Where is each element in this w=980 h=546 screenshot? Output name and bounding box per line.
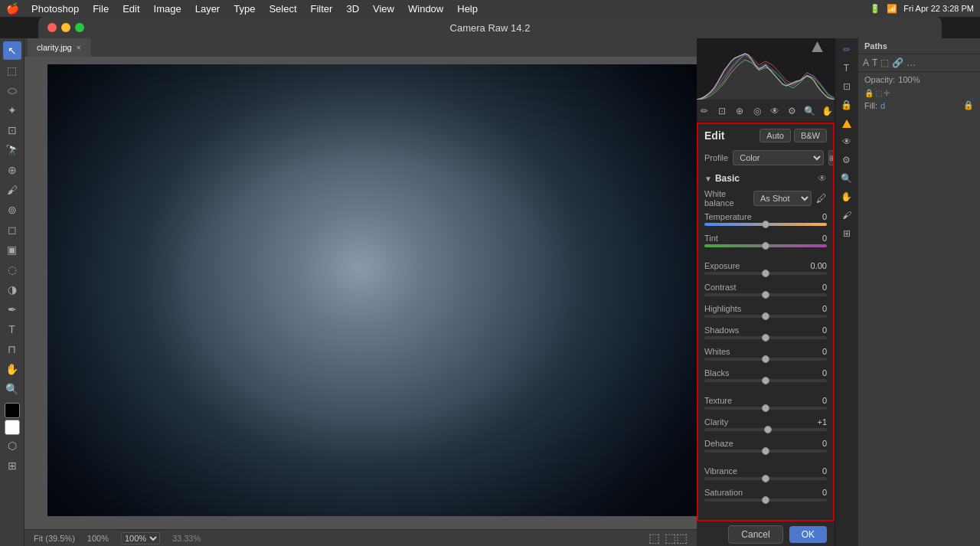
tool-text[interactable]: T bbox=[3, 320, 21, 338]
cr-icon-edit[interactable]: ✏ bbox=[838, 41, 855, 58]
cr-icon-brush[interactable]: 🖌 bbox=[838, 207, 855, 224]
tool-lasso[interactable]: ⬭ bbox=[3, 81, 21, 100]
tool-path[interactable]: ⊓ bbox=[3, 340, 21, 358]
slider-track-highlights[interactable] bbox=[704, 315, 827, 318]
slider-thumb-texture[interactable] bbox=[762, 404, 769, 412]
slider-track-contrast[interactable] bbox=[704, 293, 827, 296]
menu-3d[interactable]: 3D bbox=[340, 2, 365, 16]
tool-brush[interactable]: 🖌 bbox=[3, 181, 21, 199]
cr-icon-warning[interactable] bbox=[838, 115, 855, 132]
cr-tool-redeye[interactable]: 👁 bbox=[767, 103, 782, 119]
cr-settings[interactable]: ⚙ bbox=[785, 103, 799, 119]
tool-pen[interactable]: ✒ bbox=[3, 300, 21, 319]
slider-thumb-exposure[interactable] bbox=[762, 270, 769, 277]
paths-tool-4[interactable]: 🔗 bbox=[892, 57, 903, 68]
lock-transparent-icon[interactable]: ⬚ bbox=[875, 89, 882, 97]
cr-hand[interactable]: ✋ bbox=[820, 103, 835, 119]
cr-icon-grid[interactable]: ⊞ bbox=[838, 225, 855, 242]
cr-tool-edit[interactable]: ✏ bbox=[697, 103, 711, 119]
zoom-select[interactable]: 100% 50% 200% bbox=[121, 532, 160, 544]
profile-select[interactable]: Color Adobe Color Adobe Landscape bbox=[733, 150, 824, 165]
menu-file[interactable]: File bbox=[87, 2, 115, 16]
paths-tool-3[interactable]: ⬚ bbox=[880, 57, 889, 68]
slider-track-whites[interactable] bbox=[704, 358, 827, 361]
tool-extra[interactable]: ⊞ bbox=[3, 456, 21, 475]
slider-thumb-shadows[interactable] bbox=[762, 334, 769, 342]
menu-image[interactable]: Image bbox=[148, 2, 188, 16]
tool-background-color[interactable] bbox=[5, 420, 20, 435]
tool-hand[interactable]: ✋ bbox=[3, 360, 21, 378]
paths-tool-2[interactable]: T bbox=[872, 57, 877, 68]
cr-icon-zoom[interactable]: 🔍 bbox=[838, 170, 855, 187]
paths-tool-5[interactable]: … bbox=[906, 57, 916, 68]
cr-icon-transform[interactable]: ⊡ bbox=[838, 78, 855, 95]
cr-tool-heal[interactable]: ⊕ bbox=[732, 103, 746, 119]
bw-button[interactable]: B&W bbox=[794, 129, 827, 142]
tool-marquee[interactable]: ⬚ bbox=[3, 61, 21, 80]
maximize-button[interactable] bbox=[75, 23, 84, 32]
slider-thumb-tint[interactable] bbox=[762, 242, 769, 250]
slider-track-blacks[interactable] bbox=[704, 379, 827, 382]
menu-filter[interactable]: Filter bbox=[305, 2, 339, 16]
slider-thumb-vibrance[interactable] bbox=[762, 475, 769, 482]
slider-track-tint[interactable] bbox=[704, 244, 827, 247]
cr-tool-crop[interactable]: ⊡ bbox=[714, 103, 729, 119]
menu-type[interactable]: Type bbox=[227, 2, 261, 16]
white-balance-select[interactable]: As Shot Auto Daylight Cloudy Shade Tungs… bbox=[753, 191, 812, 206]
slider-thumb-contrast[interactable] bbox=[762, 291, 769, 299]
cr-icon-settings[interactable]: ⚙ bbox=[838, 152, 855, 168]
tool-blur[interactable]: ◌ bbox=[3, 260, 21, 279]
cr-tool-mask[interactable]: ◎ bbox=[750, 103, 764, 119]
slider-track-exposure[interactable] bbox=[704, 272, 827, 275]
menu-window[interactable]: Window bbox=[402, 2, 449, 16]
menu-photoshop[interactable]: Photoshop bbox=[25, 2, 85, 16]
tab-close[interactable]: × bbox=[77, 44, 81, 52]
menu-help[interactable]: Help bbox=[451, 2, 484, 16]
slider-track-clarity[interactable] bbox=[704, 428, 827, 431]
slider-thumb-dehaze[interactable] bbox=[762, 447, 769, 455]
cr-icon-type[interactable]: T bbox=[838, 60, 855, 77]
slider-thumb-clarity[interactable] bbox=[764, 426, 772, 433]
tool-move[interactable]: ↖ bbox=[3, 41, 21, 60]
menu-select[interactable]: Select bbox=[263, 2, 302, 16]
tool-magic-wand[interactable]: ✦ bbox=[3, 101, 21, 119]
lock-icon[interactable]: 🔒 bbox=[864, 89, 874, 97]
close-button[interactable] bbox=[47, 23, 57, 32]
cr-zoom[interactable]: 🔍 bbox=[802, 103, 817, 119]
slider-track-saturation[interactable] bbox=[704, 499, 827, 502]
dual-frame-icon[interactable]: ⬚⬚ bbox=[665, 531, 688, 545]
menu-layer[interactable]: Layer bbox=[189, 2, 227, 16]
slider-track-shadows[interactable] bbox=[704, 336, 827, 339]
slider-thumb-blacks[interactable] bbox=[762, 377, 769, 384]
slider-track-temperature[interactable] bbox=[704, 223, 827, 226]
minimize-button[interactable] bbox=[61, 23, 70, 32]
cr-icon-hand[interactable]: ✋ bbox=[838, 188, 855, 205]
slider-thumb-temperature[interactable] bbox=[762, 221, 769, 228]
cancel-button[interactable]: Cancel bbox=[728, 525, 782, 544]
slider-thumb-saturation[interactable] bbox=[762, 496, 769, 504]
slider-track-texture[interactable] bbox=[704, 407, 827, 410]
tool-clone[interactable]: ⊚ bbox=[3, 201, 21, 219]
file-tab[interactable]: clarity.jpg × bbox=[28, 38, 91, 57]
basic-section-arrow[interactable]: ▼ bbox=[704, 175, 712, 183]
frame-icon[interactable]: ⬚ bbox=[648, 531, 660, 545]
cr-icon-lock[interactable]: 🔒 bbox=[838, 96, 855, 113]
slider-track-vibrance[interactable] bbox=[704, 477, 827, 480]
auto-button[interactable]: Auto bbox=[760, 129, 791, 142]
ok-button[interactable]: OK bbox=[789, 526, 827, 543]
cr-icon-eye[interactable]: 👁 bbox=[838, 133, 855, 150]
tool-crop[interactable]: ⊡ bbox=[3, 121, 21, 139]
tool-zoom[interactable]: 🔍 bbox=[3, 380, 21, 398]
white-balance-eyedropper[interactable]: 🖊 bbox=[816, 192, 827, 204]
apple-icon[interactable]: 🍎 bbox=[6, 2, 19, 15]
slider-thumb-whites[interactable] bbox=[762, 355, 769, 363]
tool-eyedropper[interactable]: 🔭 bbox=[3, 141, 21, 159]
tool-gradient[interactable]: ▣ bbox=[3, 240, 21, 259]
tool-dodge[interactable]: ◑ bbox=[3, 280, 21, 299]
profile-grid-button[interactable]: ⊞ bbox=[828, 150, 835, 165]
menu-edit[interactable]: Edit bbox=[116, 2, 145, 16]
basic-visibility-icon[interactable]: 👁 bbox=[818, 173, 827, 184]
tool-3d[interactable]: ⬡ bbox=[3, 436, 21, 455]
slider-track-dehaze[interactable] bbox=[704, 450, 827, 453]
slider-thumb-highlights[interactable] bbox=[762, 312, 769, 320]
